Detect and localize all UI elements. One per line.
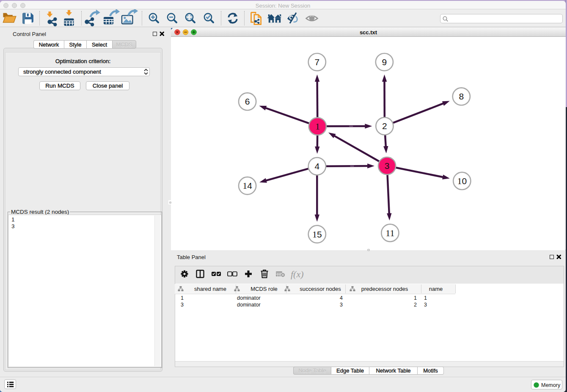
svg-text:2: 2	[382, 121, 387, 131]
svg-text:14: 14	[242, 180, 252, 191]
svg-text:MCDS role: MCDS role	[250, 286, 278, 292]
svg-text:15: 15	[312, 229, 322, 240]
svg-text:successor nodes: successor nodes	[300, 286, 341, 292]
svg-text:8: 8	[459, 91, 464, 101]
svg-text:shared name: shared name	[194, 286, 226, 292]
svg-text:7: 7	[314, 57, 319, 67]
svg-text:10: 10	[457, 176, 467, 186]
svg-text:3: 3	[385, 161, 390, 171]
svg-text:predecessor nodes: predecessor nodes	[361, 286, 408, 292]
svg-text:4: 4	[314, 161, 319, 171]
svg-text:6: 6	[245, 97, 250, 106]
svg-text:name: name	[429, 286, 443, 292]
svg-text:f(x): f(x)	[291, 269, 304, 279]
svg-text:11: 11	[385, 228, 394, 238]
svg-text:1: 1	[315, 121, 320, 132]
svg-text:9: 9	[382, 57, 387, 67]
